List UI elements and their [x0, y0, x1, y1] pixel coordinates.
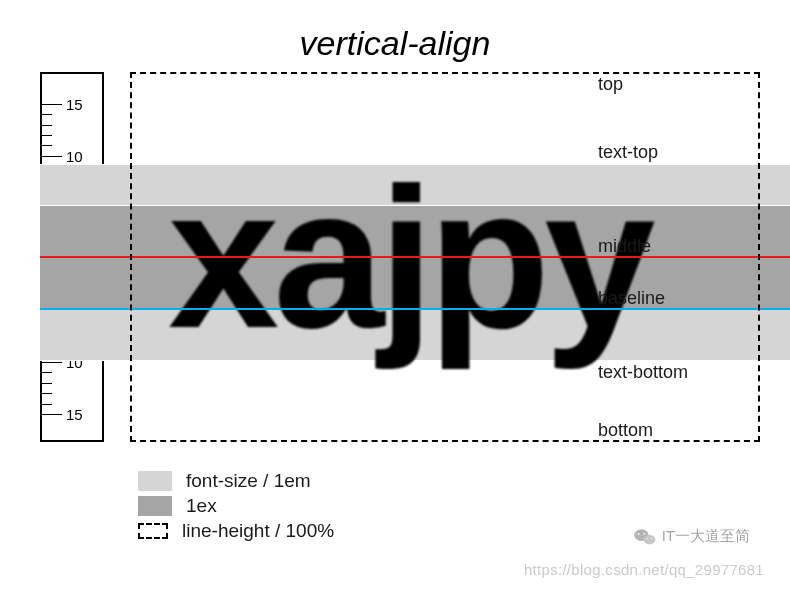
- legend: font-size / 1em 1ex line-height / 100%: [138, 470, 334, 545]
- diagram-content: 15 10 5 0 5 10 15: [40, 72, 760, 442]
- ruler-tick-label: 10: [66, 148, 83, 165]
- svg-point-1: [643, 534, 655, 544]
- legend-item-ex: 1ex: [138, 495, 334, 517]
- line-height-box: [130, 72, 760, 442]
- svg-point-2: [637, 532, 639, 534]
- svg-point-3: [643, 532, 645, 534]
- watermark-url: https://blog.csdn.net/qq_29977681: [524, 561, 764, 578]
- legend-item-lineheight: line-height / 100%: [138, 520, 334, 542]
- label-middle: middle: [598, 236, 651, 257]
- swatch-light: [138, 471, 172, 491]
- legend-label: font-size / 1em: [186, 470, 311, 492]
- legend-item-fontsize: font-size / 1em: [138, 470, 334, 492]
- swatch-dashed: [138, 523, 168, 539]
- label-text-bottom: text-bottom: [598, 362, 688, 383]
- legend-label: line-height / 100%: [182, 520, 334, 542]
- legend-label: 1ex: [186, 495, 217, 517]
- watermark-wechat: IT一大道至简: [634, 527, 750, 546]
- diagram-box: xajpy top text-top middle baseline text-…: [130, 72, 760, 442]
- watermark-wechat-text: IT一大道至简: [662, 527, 750, 546]
- swatch-dark: [138, 496, 172, 516]
- label-top: top: [598, 74, 623, 95]
- diagram-title: vertical-align: [0, 24, 790, 63]
- label-bottom: bottom: [598, 420, 653, 441]
- svg-point-5: [651, 537, 652, 538]
- label-text-top: text-top: [598, 142, 658, 163]
- ruler-tick-label: 15: [66, 406, 83, 423]
- wechat-icon: [634, 528, 656, 546]
- svg-point-4: [646, 537, 647, 538]
- label-baseline: baseline: [598, 288, 665, 309]
- ruler-tick-label: 15: [66, 96, 83, 113]
